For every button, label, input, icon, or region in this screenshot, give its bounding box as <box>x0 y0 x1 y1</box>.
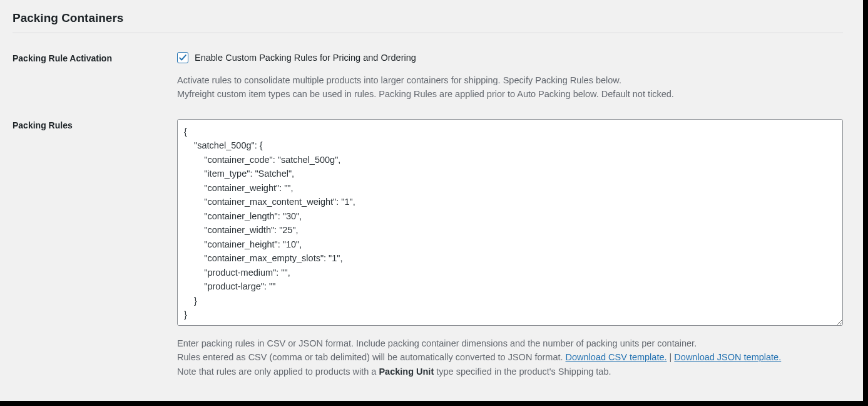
section-title: Packing Containers <box>13 11 843 25</box>
download-json-link[interactable]: Download JSON template. <box>674 352 781 362</box>
desc-line1: Enter packing rules in CSV or JSON forma… <box>177 338 697 348</box>
packing-rules-textarea[interactable] <box>177 119 843 326</box>
rules-label: Packing Rules <box>13 119 177 130</box>
desc-line2-prefix: Rules entered as CSV (comma or tab delim… <box>177 352 566 362</box>
help-line1: Activate rules to consolidate multiple p… <box>177 75 621 85</box>
frame-bottom-border <box>0 401 868 406</box>
activation-help: Activate rules to consolidate multiple p… <box>177 73 843 102</box>
desc-line3-suffix: type specified in the product's Shipping… <box>434 367 611 377</box>
activation-field: Enable Custom Packing Rules for Pricing … <box>177 52 843 102</box>
rules-row: Packing Rules Enter packing rules in CSV… <box>13 119 843 378</box>
link-separator: | <box>667 352 675 362</box>
checkbox-label: Enable Custom Packing Rules for Pricing … <box>195 53 416 63</box>
activation-row: Packing Rule Activation Enable Custom Pa… <box>13 52 843 102</box>
desc-line3-prefix: Note that rules are only applied to prod… <box>177 367 379 377</box>
checkmark-icon <box>178 53 187 62</box>
checkbox-row: Enable Custom Packing Rules for Pricing … <box>177 52 843 63</box>
help-line2: Myfreight custom item types can be used … <box>177 89 674 99</box>
activation-label: Packing Rule Activation <box>13 52 177 63</box>
frame-right-border <box>863 0 868 406</box>
enable-rules-checkbox[interactable] <box>177 52 188 63</box>
rules-description: Enter packing rules in CSV or JSON forma… <box>177 336 843 378</box>
rules-field: Enter packing rules in CSV or JSON forma… <box>177 119 843 378</box>
section-divider <box>13 33 843 33</box>
packing-unit-term: Packing Unit <box>379 367 434 377</box>
download-csv-link[interactable]: Download CSV template. <box>566 352 667 362</box>
